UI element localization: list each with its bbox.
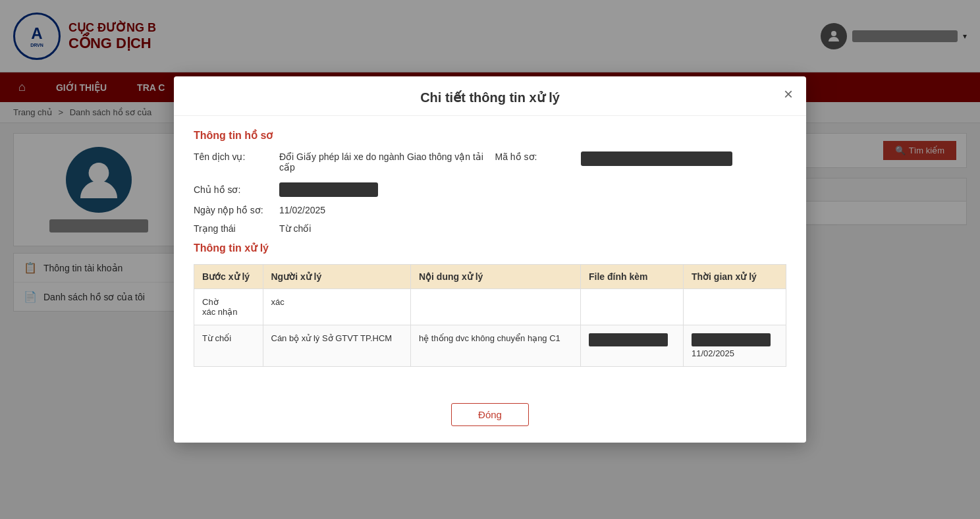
processing-table-header: Bước xử lý Người xử lý Nội dung xử lý Fi… bbox=[194, 265, 786, 289]
ma-hs-label: Mã hồ sơ: bbox=[495, 151, 574, 162]
chu-hs-row: Chủ hồ sơ: bbox=[194, 182, 786, 197]
modal-title: Chi tiết thông tin xử lý bbox=[420, 90, 560, 105]
th-file: File đính kèm bbox=[581, 265, 684, 289]
row2-file bbox=[581, 325, 684, 367]
th-nguoi: Người xử lý bbox=[263, 265, 410, 289]
ten-dv-label: Tên dịch vụ: bbox=[194, 151, 273, 162]
chu-hs-label: Chủ hồ sơ: bbox=[194, 184, 273, 195]
processing-table: Bước xử lý Người xử lý Nội dung xử lý Fi… bbox=[194, 264, 786, 367]
ngay-nop-row: Ngày nộp hồ sơ: 11/02/2025 bbox=[194, 205, 786, 215]
info-grid-top: Tên dịch vụ: Đổi Giấy phép lái xe do ngà… bbox=[194, 151, 786, 173]
processing-row-2: Từ chối Cán bộ xử lý Sở GTVT TP.HCM hệ t… bbox=[194, 325, 786, 367]
modal-dialog: Chi tiết thông tin xử lý × Thông tin hồ … bbox=[174, 76, 806, 443]
ten-dv-value: Đổi Giấy phép lái xe do ngành Giao thông… bbox=[279, 151, 485, 173]
row2-file-redacted bbox=[589, 333, 668, 346]
trang-thai-label: Trạng thái bbox=[194, 223, 273, 234]
ma-hs-row: Mã hồ sơ: bbox=[495, 151, 787, 173]
row2-time-value: 11/02/2025 bbox=[692, 348, 734, 358]
modal-overlay: Chi tiết thông tin xử lý × Thông tin hồ … bbox=[0, 0, 980, 519]
th-thoi-gian: Thời gian xử lý bbox=[683, 265, 786, 289]
modal-close-button[interactable]: × bbox=[784, 86, 793, 102]
processing-row-1: Chờxác nhận xác bbox=[194, 289, 786, 325]
ngay-nop-label: Ngày nộp hồ sơ: bbox=[194, 205, 273, 215]
row2-buoc: Từ chối bbox=[194, 325, 263, 367]
ten-dv-row: Tên dịch vụ: Đổi Giấy phép lái xe do ngà… bbox=[194, 151, 485, 173]
row1-noi-dung bbox=[410, 289, 580, 325]
th-buoc: Bước xử lý bbox=[194, 265, 263, 289]
ma-hs-value bbox=[581, 151, 732, 166]
section2-title: Thông tin xử lý bbox=[194, 242, 786, 254]
close-dong-button[interactable]: Đóng bbox=[451, 403, 529, 426]
modal-header: Chi tiết thông tin xử lý × bbox=[174, 76, 806, 116]
row1-buoc: Chờxác nhận bbox=[194, 289, 263, 325]
row1-thoi-gian bbox=[683, 289, 786, 325]
row2-noi-dung: hệ thống dvc không chuyển hạng C1 bbox=[410, 325, 580, 367]
section1-title: Thông tin hồ sơ bbox=[194, 129, 786, 142]
row2-time-redacted bbox=[692, 333, 771, 346]
row1-file bbox=[581, 289, 684, 325]
trang-thai-row: Trạng thái Từ chối bbox=[194, 223, 786, 234]
row2-thoi-gian: 11/02/2025 bbox=[683, 325, 786, 367]
row2-nguoi: Cán bộ xử lý Sở GTVT TP.HCM bbox=[263, 325, 410, 367]
modal-footer: Đóng bbox=[174, 393, 806, 443]
chu-hs-value bbox=[279, 182, 378, 197]
modal-body: Thông tin hồ sơ Tên dịch vụ: Đổi Giấy ph… bbox=[174, 116, 806, 393]
ngay-nop-value: 11/02/2025 bbox=[279, 205, 325, 215]
th-noi-dung: Nội dung xử lý bbox=[410, 265, 580, 289]
trang-thai-value: Từ chối bbox=[279, 223, 311, 234]
row1-nguoi: xác bbox=[263, 289, 410, 325]
